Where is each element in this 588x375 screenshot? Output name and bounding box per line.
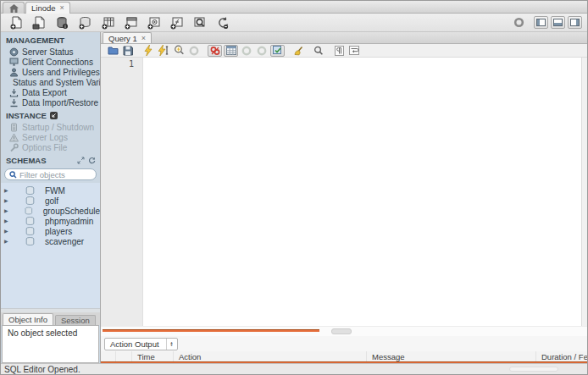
new-query-tab-button[interactable] bbox=[6, 14, 26, 30]
sidebar-item-options-file[interactable]: Options File bbox=[1, 142, 100, 152]
editor-horizontal-scrollbar[interactable] bbox=[331, 328, 352, 334]
spin-down-icon[interactable]: ▼ bbox=[170, 344, 174, 346]
sidebar-item-client-connections[interactable]: Client Connections bbox=[1, 57, 100, 67]
status-bar: SQL Editor Opened. bbox=[1, 363, 587, 374]
main-panel: Query 1 × bbox=[101, 32, 587, 363]
toggle-stop-on-error-button[interactable] bbox=[208, 45, 222, 57]
toggle-right-panel-button[interactable] bbox=[568, 16, 582, 29]
explain-button[interactable] bbox=[171, 44, 186, 57]
schema-item-players[interactable]: ▶ players bbox=[1, 226, 100, 236]
sidebar-item-data-import[interactable]: Data Import/Restore bbox=[1, 97, 100, 108]
rollback-button[interactable] bbox=[254, 44, 269, 57]
toggle-limit-rows-button[interactable] bbox=[224, 45, 238, 57]
chevron-right-icon[interactable]: ▶ bbox=[4, 198, 11, 203]
commit-button[interactable] bbox=[239, 44, 254, 57]
mysql-workbench-window: Linode × bbox=[0, 0, 588, 375]
schema-item-scavenger[interactable]: ▶ scavenger bbox=[1, 236, 100, 246]
sql-code-area[interactable] bbox=[143, 58, 581, 326]
editor-vertical-scrollbar[interactable] bbox=[581, 58, 587, 326]
search-icon bbox=[9, 171, 17, 179]
execute-current-statement-button[interactable] bbox=[156, 44, 171, 57]
search-table-data-button[interactable] bbox=[189, 14, 209, 30]
column-label: Duration / Fetch bbox=[541, 352, 587, 361]
toggle-bottom-panel-button[interactable] bbox=[551, 16, 565, 29]
message-column-header[interactable]: Message bbox=[367, 351, 536, 361]
expand-panel-icon[interactable] bbox=[77, 157, 85, 164]
connection-tab-linode[interactable]: Linode × bbox=[25, 2, 70, 14]
panel-splitter-highlight[interactable] bbox=[103, 329, 319, 332]
sql-editor[interactable]: 1 bbox=[101, 58, 587, 326]
time-column-header[interactable]: Time bbox=[132, 351, 174, 361]
status-column-header[interactable] bbox=[101, 351, 116, 361]
stop-icon bbox=[189, 46, 199, 56]
schema-item-groupschedule[interactable]: ▶ groupSchedule bbox=[1, 206, 100, 216]
chevron-right-icon[interactable]: ▶ bbox=[4, 229, 11, 234]
resize-grip[interactable] bbox=[509, 367, 558, 372]
schema-label: FWM bbox=[45, 186, 65, 196]
close-icon[interactable]: × bbox=[141, 35, 146, 42]
sidebar-item-server-status[interactable]: Server Status bbox=[1, 47, 100, 57]
schema-label: scavenger bbox=[45, 237, 84, 246]
execute-button[interactable] bbox=[141, 44, 156, 57]
tab-label: Session bbox=[61, 316, 90, 325]
sidebar-item-server-logs[interactable]: Server Logs bbox=[1, 132, 100, 142]
schema-item-fwm[interactable]: ▶ FWM bbox=[1, 185, 100, 196]
refresh-icon[interactable] bbox=[88, 157, 96, 164]
management-section-header: MANAGEMENT bbox=[1, 32, 100, 47]
schema-filter-box[interactable] bbox=[4, 168, 97, 180]
duration-column-header[interactable]: Duration / Fetch bbox=[536, 351, 587, 361]
content-area: MANAGEMENT Server Status Client Connecti… bbox=[1, 32, 587, 363]
close-icon[interactable]: × bbox=[60, 4, 64, 12]
action-column-header[interactable]: Action bbox=[174, 351, 367, 361]
column-label: Message bbox=[372, 352, 405, 361]
stop-execution-button[interactable] bbox=[186, 44, 202, 57]
home-tab[interactable] bbox=[3, 2, 25, 14]
output-view-select[interactable]: Action Output ▲ ▼ bbox=[104, 338, 178, 350]
sidebar-item-startup-shutdown[interactable]: Startup / Shutdown bbox=[1, 122, 100, 132]
query-tab-1[interactable]: Query 1 × bbox=[103, 32, 152, 43]
schema-item-golf[interactable]: ▶ golf bbox=[1, 196, 100, 206]
chevron-right-icon[interactable]: ▶ bbox=[4, 218, 11, 223]
schema-icon bbox=[25, 237, 35, 245]
tab-object-info[interactable]: Object Info bbox=[3, 313, 53, 325]
create-function-button[interactable] bbox=[166, 14, 186, 30]
index-column-header[interactable] bbox=[116, 351, 132, 361]
tab-session[interactable]: Session bbox=[55, 315, 96, 325]
sidebar-item-label: Status and System Variables bbox=[13, 78, 100, 87]
left-panel-icon bbox=[536, 19, 546, 26]
create-schema-button[interactable] bbox=[75, 14, 95, 30]
save-script-button[interactable] bbox=[120, 44, 136, 57]
create-view-button[interactable] bbox=[120, 14, 141, 30]
find-button[interactable] bbox=[311, 44, 326, 57]
sidebar: MANAGEMENT Server Status Client Connecti… bbox=[1, 32, 101, 363]
beautify-sql-button[interactable] bbox=[291, 44, 306, 57]
sidebar-item-users-privileges[interactable]: Users and Privileges bbox=[1, 67, 100, 77]
reconnect-dbms-button[interactable] bbox=[212, 14, 232, 30]
open-sql-script-button[interactable] bbox=[29, 14, 49, 30]
open-sql-script-icon bbox=[32, 16, 47, 30]
sidebar-item-data-export[interactable]: Data Export bbox=[1, 87, 100, 97]
chevron-right-icon[interactable]: ▶ bbox=[4, 239, 11, 244]
spinner-icon[interactable]: ▲ ▼ bbox=[166, 339, 177, 350]
limit-rows-grid-icon bbox=[226, 46, 236, 55]
toggle-autocommit-button[interactable] bbox=[270, 45, 285, 57]
toggle-left-panel-button[interactable] bbox=[534, 16, 548, 29]
object-inspector-button[interactable] bbox=[52, 14, 72, 30]
object-inspector-icon bbox=[55, 16, 69, 30]
sidebar-item-label: Data Import/Restore bbox=[22, 98, 98, 108]
toggle-invisible-characters-button[interactable] bbox=[331, 44, 347, 57]
chevron-right-icon[interactable]: ▶ bbox=[4, 188, 11, 193]
create-table-button[interactable] bbox=[97, 14, 118, 30]
sidebar-item-status-system-variables[interactable]: Status and System Variables bbox=[1, 77, 100, 87]
schema-item-phpmyadmin[interactable]: ▶ phpmyadmin bbox=[1, 216, 100, 226]
create-procedure-button[interactable] bbox=[143, 14, 164, 30]
schema-icon bbox=[25, 217, 35, 225]
open-folder-icon bbox=[108, 46, 119, 55]
chevron-right-icon[interactable]: ▶ bbox=[4, 208, 10, 213]
schema-label: golf bbox=[45, 196, 58, 206]
schema-filter-input[interactable] bbox=[19, 170, 87, 179]
sidebar-item-label: Data Export bbox=[22, 88, 67, 97]
open-file-button[interactable] bbox=[105, 44, 120, 57]
toggle-word-wrap-button[interactable] bbox=[347, 44, 362, 57]
management-title: MANAGEMENT bbox=[6, 36, 64, 45]
